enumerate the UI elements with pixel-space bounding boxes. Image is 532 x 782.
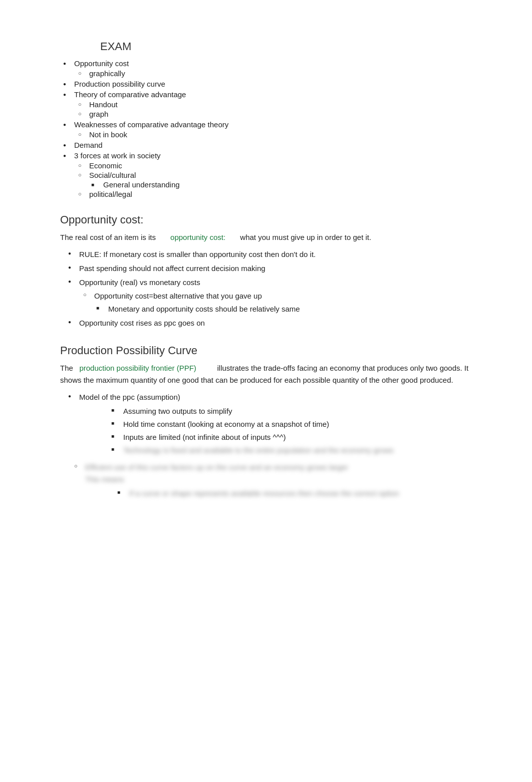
opportunity-cost-bullets: RULE: If monetary cost is smaller than o… — [65, 248, 472, 329]
bullet-real-vs-monetary: Opportunity (real) vs monetary costs Opp… — [65, 277, 472, 315]
sub-sub-two-outputs: Assuming two outputs to simplify — [109, 405, 472, 417]
sub-sub-blurred-1: Technology is fixed and available to the… — [109, 444, 472, 456]
toc-sub-graph: graph — [74, 110, 472, 118]
toc-list: Opportunity cost graphically Production … — [60, 59, 472, 198]
blurred-bullet: Efficient use of this curve factors up o… — [70, 461, 472, 499]
bullet-past-spending: Past spending should not affect current … — [65, 263, 472, 275]
sub-sub-hold-time: Hold time constant (looking at economy a… — [109, 418, 472, 430]
exam-title: EXAM — [100, 40, 472, 53]
blurred-section: Efficient use of this curve factors up o… — [70, 461, 472, 499]
bullet-opp-cost-rises: Opportunity cost rises as ppc goes on — [65, 317, 472, 329]
blurred-sub-sub: If a curve or shape represents available… — [115, 487, 472, 499]
toc-item-ppc: Production possibility curve — [60, 80, 472, 88]
toc-sub2-general-understanding: General understanding — [89, 180, 472, 189]
bullet-rule: RULE: If monetary cost is smaller than o… — [65, 248, 472, 260]
ppc-bullets: Model of the ppc (assumption) Assuming t… — [65, 391, 472, 456]
ppf-highlight: production possibility frontier (PPF) — [79, 364, 196, 372]
ppc-title: Production Possibility Curve — [60, 344, 472, 357]
bullet-model-ppc: Model of the ppc (assumption) Assuming t… — [65, 391, 472, 456]
opportunity-cost-section: Opportunity cost: The real cost of an it… — [60, 213, 472, 329]
toc-sub-not-in-book: Not in book — [74, 130, 472, 139]
toc-sub-political-legal: political/legal — [74, 190, 472, 198]
toc-sub-graphically: graphically — [74, 69, 472, 78]
production-possibility-section: Production Possibility Curve The product… — [60, 344, 472, 499]
toc-item-comparative-advantage: Theory of comparative advantage Handout … — [60, 90, 472, 118]
toc-item-weaknesses: Weaknesses of comparative advantage theo… — [60, 120, 472, 139]
sub-sub-inputs-limited: Inputs are limited (not infinite about o… — [109, 431, 472, 443]
opportunity-cost-intro: The real cost of an item is its opportun… — [60, 231, 472, 243]
toc-sub-economic: Economic — [74, 161, 472, 170]
opportunity-cost-highlight: opportunity cost: — [170, 233, 225, 241]
sub-bullet-best-alternative: Opportunity cost=best alternative that y… — [79, 290, 472, 315]
ppc-intro: The production possibility frontier (PPF… — [60, 362, 472, 386]
opportunity-cost-title: Opportunity cost: — [60, 213, 472, 226]
toc-sub-social-cultural: Social/cultural General understanding — [74, 171, 472, 189]
toc-sub-handout: Handout — [74, 100, 472, 109]
toc-item-opportunity-cost: Opportunity cost graphically — [60, 59, 472, 78]
sub-sub-bullet-monetary: Monetary and opportunity costs should be… — [94, 303, 472, 315]
toc-item-3-forces: 3 forces at work in society Economic Soc… — [60, 151, 472, 198]
toc-item-demand: Demand — [60, 141, 472, 149]
